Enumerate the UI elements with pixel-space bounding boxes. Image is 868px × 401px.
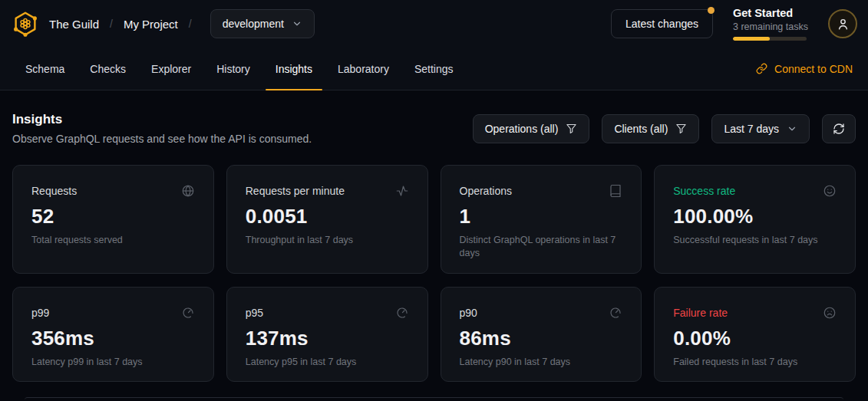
card-value: 356ms <box>31 327 195 350</box>
get-started-progress-fill <box>733 37 770 41</box>
header-row: The Guild / My Project / development Lat… <box>0 0 868 48</box>
user-avatar[interactable] <box>828 9 857 38</box>
card-description: Latency p99 in last 7 days <box>31 356 195 369</box>
clients-filter-button[interactable]: Clients (all) <box>602 114 699 143</box>
link-icon <box>756 63 767 74</box>
gauge-icon <box>181 306 195 320</box>
environment-select-value: development <box>223 18 284 30</box>
stat-card-success-rate: Success rate 100.00% Successful requests… <box>654 165 856 274</box>
operations-filter-button[interactable]: Operations (all) <box>473 114 590 143</box>
connect-to-cdn-label: Connect to CDN <box>774 63 853 75</box>
filter-icon <box>566 123 577 134</box>
gauge-icon <box>609 306 622 320</box>
breadcrumb-project[interactable]: My Project <box>124 18 178 31</box>
stat-card-requests: Requests 52 Total requests served <box>12 165 214 274</box>
insights-page: Insights Observe GraphQL requests and se… <box>0 90 868 400</box>
filter-toolbar: Operations (all) Clients (all) Last 7 da… <box>473 114 856 143</box>
top-bar: The Guild / My Project / development Lat… <box>0 0 868 90</box>
card-value: 1 <box>460 205 623 228</box>
card-description: Latency p95 in last 7 days <box>246 356 409 369</box>
card-description: Distinct GraphQL operations in last 7 da… <box>460 234 623 260</box>
insights-heading-block: Insights Observe GraphQL requests and se… <box>12 112 312 145</box>
card-description: Throughput in last 7 days <box>246 234 409 247</box>
tab-explorer[interactable]: Explorer <box>141 48 201 90</box>
card-value: 0.0051 <box>246 205 409 228</box>
card-description: Failed requests in last 7 days <box>673 356 837 369</box>
insights-header: Insights Observe GraphQL requests and se… <box>12 112 856 145</box>
frown-icon <box>823 306 837 320</box>
card-label: Failure rate <box>673 307 728 319</box>
refresh-icon <box>833 123 845 135</box>
filter-icon <box>675 123 687 134</box>
stat-card-p95: p95 137ms Latency p95 in last 7 days <box>226 287 428 382</box>
hive-logo[interactable] <box>11 9 40 38</box>
period-select-value: Last 7 days <box>724 123 779 135</box>
breadcrumb-separator: / <box>189 18 192 30</box>
card-value: 137ms <box>246 327 409 350</box>
latest-changes-button[interactable]: Latest changes <box>611 9 713 38</box>
smile-icon <box>823 184 837 198</box>
page-subtitle: Observe GraphQL requests and see how the… <box>12 133 312 145</box>
project-tabs: Schema Checks Explorer History Insights … <box>0 48 868 90</box>
connect-to-cdn-link[interactable]: Connect to CDN <box>756 48 853 90</box>
tab-history[interactable]: History <box>206 48 260 90</box>
card-value: 52 <box>31 205 195 228</box>
breadcrumb-org[interactable]: The Guild <box>49 18 99 31</box>
card-label: Requests per minute <box>246 185 345 197</box>
period-select[interactable]: Last 7 days <box>711 114 810 143</box>
breadcrumb-separator: / <box>110 18 113 30</box>
get-started-progressbar <box>733 37 807 41</box>
card-label: p99 <box>31 307 49 319</box>
page-title: Insights <box>12 112 312 127</box>
tab-settings[interactable]: Settings <box>404 48 464 90</box>
globe-icon <box>181 184 195 198</box>
tab-insights[interactable]: Insights <box>266 48 322 90</box>
get-started-title: Get Started <box>733 7 808 20</box>
card-label: p95 <box>246 307 263 319</box>
card-description: Successful requests in last 7 days <box>673 234 837 247</box>
activity-icon <box>395 184 409 198</box>
card-value: 86ms <box>460 327 623 350</box>
tab-schema[interactable]: Schema <box>15 48 74 90</box>
stat-card-p90: p90 86ms Latency p90 in last 7 days <box>441 287 642 382</box>
tab-checks[interactable]: Checks <box>80 48 136 90</box>
stat-card-p99: p99 356ms Latency p99 in last 7 days <box>12 287 214 382</box>
stat-card-failure-rate: Failure rate 0.00% Failed requests in la… <box>654 287 856 382</box>
tab-laboratory[interactable]: Laboratory <box>328 48 399 90</box>
card-label: Success rate <box>673 185 735 197</box>
book-icon <box>609 184 622 198</box>
user-icon <box>836 17 850 31</box>
card-description: Total requests served <box>31 234 195 247</box>
get-started-subtitle: 3 remaining tasks <box>733 21 808 32</box>
get-started-widget[interactable]: Get Started 3 remaining tasks <box>733 7 808 41</box>
gauge-icon <box>395 306 409 320</box>
card-description: Latency p90 in last 7 days <box>460 356 623 369</box>
chevron-down-icon <box>292 18 302 29</box>
stat-card-operations: Operations 1 Distinct GraphQL operations… <box>441 165 642 274</box>
clients-filter-label: Clients (all) <box>614 123 668 135</box>
hive-logo-icon <box>12 10 39 38</box>
card-label: p90 <box>460 307 477 319</box>
latest-changes-label: Latest changes <box>625 18 698 30</box>
card-label: Requests <box>31 185 77 197</box>
card-value: 100.00% <box>673 205 837 228</box>
next-section-edge <box>25 397 843 400</box>
stat-card-rpm: Requests per minute 0.0051 Throughput in… <box>226 165 428 274</box>
card-value: 0.00% <box>673 327 837 350</box>
breadcrumb: The Guild / My Project / <box>49 18 203 31</box>
chevron-down-icon <box>787 123 797 134</box>
environment-select[interactable]: development <box>210 9 315 38</box>
refresh-button[interactable] <box>822 114 856 143</box>
card-label: Operations <box>460 185 512 197</box>
operations-filter-label: Operations (all) <box>485 123 559 135</box>
stats-grid: Requests 52 Total requests served Reques… <box>12 165 856 382</box>
notification-dot <box>708 7 715 14</box>
